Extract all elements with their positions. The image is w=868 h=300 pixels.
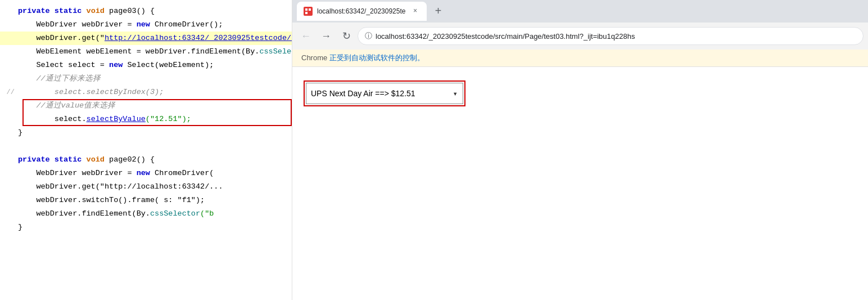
code-line [0, 140, 292, 153]
tab-favicon [304, 7, 313, 16]
code-line: //通过value值来选择 [0, 99, 292, 113]
banner-highlighted: 正受到自动测试软件的控制。 [329, 53, 424, 62]
code-line: Select select = new Select(webElement); [0, 59, 292, 72]
line-code: select.selectByIndex(3); [18, 86, 292, 99]
shipping-select-box: UPS Next Day Air ==> $12.51UPS Ground ==… [304, 80, 465, 106]
line-code: webDriver.switchTo().frame( s: "f1"); [18, 194, 292, 207]
info-icon: ⓘ [365, 31, 372, 41]
address-bar-row: ← → ↻ ⓘ localhost:63342/_20230925testcod… [292, 23, 868, 50]
tab-title: localhost:63342/_20230925te [317, 7, 405, 15]
code-line: webDriver.switchTo().frame( s: "f1"); [0, 194, 292, 207]
line-code: } [18, 126, 292, 140]
line-code: webDriver.get("http://localhost:63342/_2… [18, 32, 292, 45]
code-line: } [0, 126, 292, 140]
code-line: WebElement webElement = webDriver.findEl… [0, 45, 292, 59]
forward-button[interactable]: → [317, 27, 335, 45]
line-gutter: // [4, 86, 18, 99]
browser-panel: localhost:63342/_20230925te × + ← → ↻ ⓘ … [292, 0, 868, 300]
line-code: //通过value值来选择 [18, 99, 292, 113]
code-line: webDriver.get("http://localhost:63342/..… [0, 180, 292, 194]
svg-rect-0 [304, 7, 313, 16]
line-code: webDriver.get("http://localhost:63342/..… [18, 180, 292, 194]
address-text: localhost:63342/_20230925testcode/src/ma… [376, 32, 635, 41]
line-code: private static void page02() { [18, 153, 292, 167]
svg-rect-1 [305, 8, 308, 11]
back-button[interactable]: ← [297, 27, 315, 45]
code-area: private static void page03() { WebDriver… [0, 0, 292, 239]
code-line: webDriver.get("http://localhost:63342/_2… [0, 32, 292, 45]
code-line: WebDriver webDriver = new ChromeDriver( [0, 167, 292, 180]
page-content: UPS Next Day Air ==> $12.51UPS Ground ==… [292, 67, 868, 300]
svg-rect-3 [305, 12, 308, 14]
tab-bar: localhost:63342/_20230925te × + [292, 0, 868, 23]
code-line: //通过下标来选择 [0, 72, 292, 86]
line-code: webDriver.findElement(By.cssSelector("b [18, 207, 292, 221]
svg-rect-2 [309, 8, 311, 11]
line-code: } [18, 221, 292, 234]
line-code: //通过下标来选择 [18, 72, 292, 86]
code-editor-panel: private static void page03() { WebDriver… [0, 0, 292, 300]
line-code: WebDriver webDriver = new ChromeDriver()… [18, 18, 292, 32]
address-field[interactable]: ⓘ localhost:63342/_20230925testcode/src/… [358, 27, 864, 45]
line-code: WebElement webElement = webDriver.findEl… [18, 45, 292, 59]
automation-banner: Chrome 正受到自动测试软件的控制。 [292, 50, 868, 67]
code-line: // select.selectByIndex(3); [0, 86, 292, 99]
code-line: } [0, 221, 292, 234]
code-line: private static void page02() { [0, 153, 292, 167]
reload-button[interactable]: ↻ [337, 27, 355, 45]
line-code: WebDriver webDriver = new ChromeDriver( [18, 167, 292, 180]
line-code: private static void page03() { [18, 5, 292, 18]
code-line: select.selectByValue("12.51"); [0, 113, 292, 126]
browser-tab[interactable]: localhost:63342/_20230925te × [297, 2, 427, 21]
code-line: private static void page03() { [0, 5, 292, 18]
code-line: WebDriver webDriver = new ChromeDriver()… [0, 18, 292, 32]
banner-prefix: Chrome [301, 53, 329, 62]
shipping-method-select[interactable]: UPS Next Day Air ==> $12.51UPS Ground ==… [306, 83, 463, 104]
line-code: Select select = new Select(webElement); [18, 59, 292, 72]
code-line: webDriver.findElement(By.cssSelector("b [0, 207, 292, 221]
new-tab-button[interactable]: + [429, 2, 447, 20]
tab-close-button[interactable]: × [410, 6, 420, 16]
line-code: select.selectByValue("12.51"); [18, 113, 292, 126]
shipping-select-wrapper: UPS Next Day Air ==> $12.51UPS Ground ==… [306, 83, 463, 104]
